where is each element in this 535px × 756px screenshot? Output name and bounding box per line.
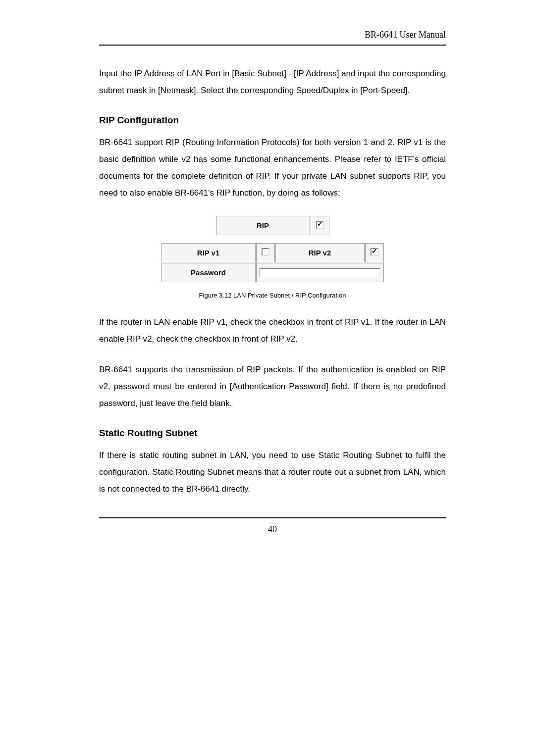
static-routing-paragraph: If there is static routing subnet in LAN… <box>99 447 446 498</box>
ripv1-checkbox-cell <box>256 243 275 262</box>
ripv1-label: RIP v1 <box>161 243 256 262</box>
password-input[interactable] <box>260 268 380 277</box>
rip-checkbox[interactable] <box>316 221 324 229</box>
rip-checkbox-cell <box>311 216 329 235</box>
password-cell <box>256 263 384 282</box>
rip-post-paragraph-2: BR-6641 supports the transmission of RIP… <box>99 361 446 412</box>
password-label: Password <box>161 263 256 282</box>
manual-title: BR-6641 User Manual <box>365 30 446 40</box>
intro-paragraph: Input the IP Address of LAN Port in [Bas… <box>99 65 446 99</box>
rip-form-container: RIP <box>99 215 446 236</box>
rip-post-paragraph-1: If the router in LAN enable RIP v1, chec… <box>99 314 446 348</box>
ripv2-label: RIP v2 <box>275 243 365 262</box>
static-routing-heading: Static Routing Subnet <box>99 428 446 439</box>
rip-config-paragraph: BR-6641 support RIP (Routing Information… <box>99 134 446 202</box>
ripv2-checkbox-cell <box>365 243 384 262</box>
figure-caption: Figure 3.12 LAN Private Subnet / RIP Con… <box>99 292 446 299</box>
rip-config-heading: RIP Configuration <box>99 115 446 126</box>
rip-label: RIP <box>216 216 310 235</box>
ripv2-checkbox[interactable] <box>371 248 378 256</box>
rip-version-table: RIP v1 RIP v2 Password <box>161 243 384 283</box>
page-header: BR-6641 User Manual <box>99 30 446 46</box>
ripv1-checkbox[interactable] <box>262 248 269 256</box>
rip-form-table: RIP <box>215 215 330 236</box>
page-footer: 40 <box>99 517 446 535</box>
rip-version-container: RIP v1 RIP v2 Password <box>99 243 446 283</box>
page-number: 40 <box>268 524 277 534</box>
